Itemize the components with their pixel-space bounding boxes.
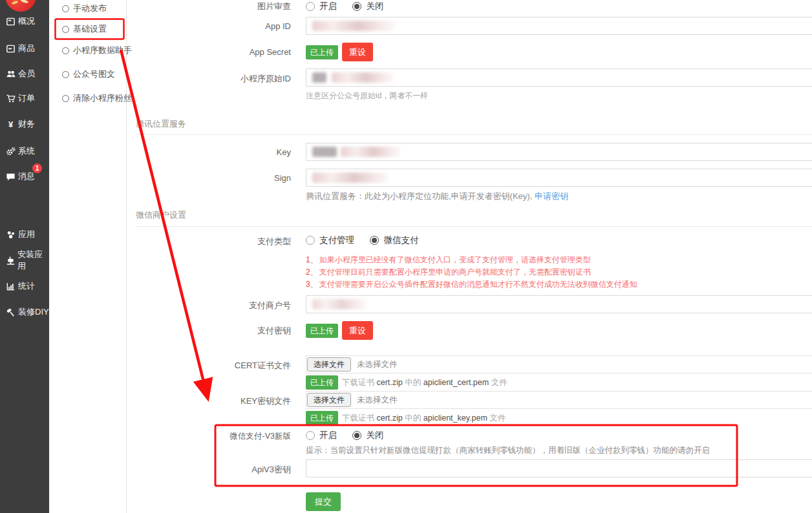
circle-bullet-icon [62,71,69,78]
cert-choose-file-button[interactable]: 选择文件 [307,357,351,372]
field-label-sign: Sign [127,169,291,183]
radio-image-review-on[interactable]: 开启 [306,1,337,12]
settings-submenu: 手动发布 基础设置 小程序数据助手 公众号图文 清除小程序粉丝 [49,0,127,513]
overview-icon [5,17,16,26]
avatar[interactable] [5,0,36,12]
finance-icon: ¥ [5,120,16,129]
redacted-value [312,147,337,157]
redacted-value [312,299,367,309]
submenu-item-label: 手动发布 [73,3,107,14]
field-label-app-id: App ID [127,17,291,31]
redacted-value [312,21,395,31]
sidebar-item-decorate-diy[interactable]: 装修DIY [0,305,49,319]
stats-icon [5,282,16,291]
redacted-value [341,147,400,157]
sidebar-item-overview[interactable]: 概况 [0,14,49,28]
sidebar-item-label: 商品 [18,43,35,54]
key-file-input[interactable]: 选择文件 未选择文件 [306,391,812,409]
location-key-input[interactable] [306,143,812,161]
radio-label: 微信支付 [383,235,418,246]
circle-bullet-icon [62,26,69,33]
submenu-item-manual-publish[interactable]: 手动发布 [49,2,126,15]
radio-icon[interactable] [306,431,315,440]
radio-label: 开启 [319,430,337,441]
submenu-item-miniapp-data-assistant[interactable]: 小程序数据助手 [49,44,126,57]
radio-pay-type-wechat[interactable]: 微信支付 [370,235,418,246]
orders-icon [5,94,16,103]
submenu-item-basic-settings[interactable]: 基础设置 [49,23,126,36]
submenu-item-clear-miniapp-fans[interactable]: 清除小程序粉丝 [49,92,126,105]
submenu-item-label: 公众号图文 [73,68,115,80]
radio-image-review-off[interactable]: 关闭 [352,1,383,12]
sidebar-item-label: 财务 [18,118,35,130]
sidebar-item-orders[interactable]: 订单 [0,91,49,105]
original-id-input[interactable] [306,68,812,87]
radio-icon[interactable] [306,236,315,245]
field-label-key-file: KEY密钥文件 [127,391,291,407]
radio-v3-off[interactable]: 关闭 [352,430,383,441]
radio-v3-on[interactable]: 开启 [306,430,337,441]
radio-icon[interactable] [306,2,315,11]
key-choose-file-button[interactable]: 选择文件 [307,393,351,407]
submenu-item-official-account-articles[interactable]: 公众号图文 [49,68,126,81]
v3-hint-text: 提示：当前设置只针对新版微信提现打款（商家转账到零钱功能），用着旧版（企业付款到… [306,445,710,456]
pay-key-reset-button[interactable]: 重设 [342,321,373,340]
sidebar-item-install-apps[interactable]: 安装应用 [0,253,49,267]
diy-icon [5,308,16,317]
uploaded-badge: 已上传 [306,45,338,59]
radio-checked-icon[interactable] [352,2,361,11]
sidebar-item-system[interactable]: 系统 [0,144,49,158]
field-label-key: Key [127,143,291,157]
radio-label: 支付管理 [319,235,354,246]
radio-label: 关闭 [366,1,383,12]
radio-checked-icon[interactable] [370,236,379,245]
message-icon [5,172,16,182]
submenu-item-label: 小程序数据助手 [73,45,132,56]
submit-button[interactable]: 提交 [306,492,341,511]
basic-settings-form: 图片审查 开启 关闭 App ID App Secret 已上传 重设 [127,0,812,513]
location-sign-input[interactable] [306,169,812,187]
sidebar-item-goods[interactable]: 商品 [0,41,49,56]
radio-label: 开启 [319,1,337,12]
goods-icon [5,44,16,54]
original-id-help-text: 注意区分公众号原始id，两者不一样 [306,90,812,101]
apply-key-link[interactable]: 申请密钥 [535,191,568,201]
submenu-item-label: 清除小程序粉丝 [73,92,132,104]
redacted-value [312,72,326,83]
members-icon [5,69,16,79]
field-label-original-id: 小程序原始ID [127,68,291,85]
field-label-app-secret: App Secret [127,47,291,57]
system-icon [5,147,16,156]
field-label-cert-file: CERT证书文件 [127,355,291,372]
app-secret-reset-button[interactable]: 重设 [342,43,373,61]
uploaded-badge: 已上传 [306,411,338,425]
sidebar-item-label: 安装应用 [17,249,49,272]
cert-file-input[interactable]: 选择文件 未选择文件 [306,355,812,373]
no-file-chosen-text: 未选择文件 [357,359,398,370]
sidebar-item-finance[interactable]: ¥ 财务 [0,117,49,131]
sidebar-item-messages[interactable]: 消息 1 [0,169,49,183]
sidebar-item-label: 消息 [18,171,35,182]
sidebar-item-label: 会员 [18,68,35,79]
message-count-badge: 1 [32,163,42,173]
radio-pay-type-manage[interactable]: 支付管理 [306,235,354,246]
cert-file-note: 下载证书 cert.zip 中的 apiclient_cert.pem 文件 [342,377,508,388]
sidebar-item-label: 订单 [18,92,35,104]
merchant-no-input[interactable] [306,295,812,313]
sidebar-item-members[interactable]: 会员 [0,67,49,81]
field-label-merchant-no: 支付商户号 [127,295,291,311]
sidebar-item-label: 应用 [18,229,35,240]
circle-bullet-icon [62,5,69,12]
radio-checked-icon[interactable] [352,431,361,440]
circle-bullet-icon [62,47,69,54]
apps-icon [5,230,16,240]
apiv3-key-input[interactable] [306,459,812,477]
pay-type-note-3: 3、支付管理需要开启公众号插件配置好微信的消息通知才行不然支付成功无法收到微信支… [306,278,637,291]
no-file-chosen-text: 未选择文件 [357,395,398,406]
submenu-item-label: 基础设置 [73,23,107,35]
sidebar-item-apps[interactable]: 应用 [0,227,49,242]
sidebar-item-statistics[interactable]: 统计 [0,279,49,293]
sidebar-item-label: 统计 [18,280,35,292]
app-id-input[interactable] [306,17,812,35]
circle-bullet-icon [62,95,69,102]
